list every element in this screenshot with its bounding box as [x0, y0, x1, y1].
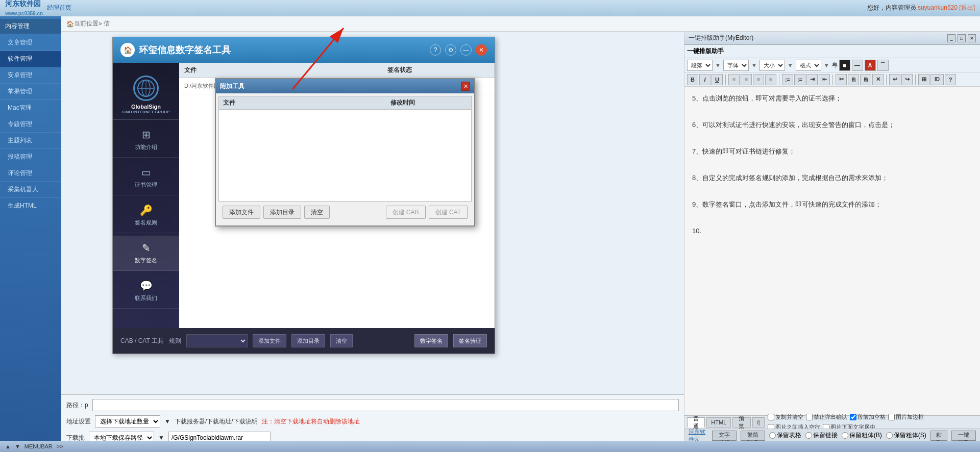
opt-para-space[interactable]: 段前加空格	[850, 413, 886, 421]
content-area: 🏠 当前位置 » 信 🏠 环玺信息数字签名工具 ? ⚙ — ✕	[61, 16, 980, 452]
help-button[interactable]: ?	[430, 44, 441, 56]
convert-btn[interactable]: 繁简转换	[741, 431, 765, 441]
editor-sub-title: 一键排版助手	[684, 45, 980, 58]
opt-keep-table[interactable]: 保留表格	[769, 431, 801, 440]
tab-divider[interactable]: /|	[752, 417, 765, 428]
underline-btn[interactable]: U	[712, 74, 723, 85]
gs-nav-contact[interactable]: 💬 联系我们	[113, 273, 179, 309]
opt-copy-clear[interactable]: 复制并清空	[768, 413, 803, 421]
paste-btn[interactable]: ⎘	[860, 74, 871, 85]
logo: 河东软件园 www.pc0359.cn	[5, 0, 43, 17]
rules-select[interactable]	[186, 334, 248, 347]
editor-minimize-btn[interactable]: _	[947, 34, 955, 42]
minus-btn[interactable]: —	[852, 60, 863, 71]
sidebar-section-title: 内容管理	[0, 19, 61, 34]
sidebar-item-crawler[interactable]: 采集机器人	[0, 182, 61, 198]
gs-nav-intro[interactable]: ⊞ 功能介绍	[113, 122, 179, 158]
paste-btn-2[interactable]: 粘贴	[930, 431, 947, 441]
sidebar-item-mac[interactable]: Mac管理	[0, 100, 61, 116]
editor-bottom-bar: 河东软件园 文字检错 繁简转换 保留表格 保留链接 保留粗体(B) 保留粗体(S…	[684, 429, 980, 442]
dialog-close-btn[interactable]: ✕	[461, 82, 470, 91]
brush-btn[interactable]: ⌒	[877, 60, 889, 71]
size-select[interactable]: 大小	[760, 60, 785, 71]
gs-logo-globe	[133, 76, 159, 101]
format-select[interactable]: 格式	[796, 60, 821, 71]
list-ul-btn[interactable]: :=	[794, 74, 805, 85]
editor-close-btn[interactable]: ✕	[968, 34, 976, 42]
layout-btn[interactable]: 一键排版	[951, 431, 976, 441]
opt-img-border[interactable]: 图片加边框	[888, 413, 924, 421]
justify-btn[interactable]: ≡	[765, 74, 776, 85]
gs-nav-cert[interactable]: ▭ 证书管理	[113, 160, 179, 195]
editor-maximize-btn[interactable]: □	[958, 34, 966, 42]
opt-no-popup[interactable]: 禁止弹出确认	[806, 413, 847, 421]
color-bg-btn[interactable]: ■	[839, 60, 850, 71]
font-select[interactable]: 字体	[723, 60, 749, 71]
tab-preview[interactable]: 预览	[732, 417, 750, 428]
italic-btn[interactable]: I	[699, 74, 710, 85]
addr-count-select[interactable]: 选择下载地址数量	[95, 415, 160, 428]
indent-btn[interactable]: ⇥	[806, 74, 818, 85]
username-link[interactable]: suyuankun520	[918, 4, 958, 11]
sign-verify-btn[interactable]: 签名验证	[453, 334, 487, 347]
close-button[interactable]: ✕	[476, 44, 487, 56]
redo-btn[interactable]: ↪	[901, 74, 913, 85]
dialog-create-cat-btn[interactable]: 创建 CAT	[429, 206, 468, 219]
top-bar: 河东软件园 www.pc0359.cn 经理首页 您好，内容管理员 suyuan…	[0, 0, 980, 16]
bottom-clear-btn[interactable]: 清空	[330, 334, 353, 347]
dialog-clear-btn[interactable]: 清空	[304, 206, 330, 219]
logout-link[interactable]: [退出]	[959, 4, 975, 11]
opt-keep-bold-s[interactable]: 保留粗体(S)	[886, 431, 926, 440]
color-picker-btn[interactable]: A	[865, 60, 876, 71]
path-input[interactable]	[92, 399, 679, 411]
cut-btn[interactable]: ✂	[836, 74, 847, 85]
help-btn[interactable]: ?	[945, 74, 956, 85]
sidebar: 内容管理 文章管理 软件管理 安卓管理 苹果管理 Mac管理 专题管理 主题列表…	[0, 16, 61, 452]
bold-btn[interactable]: B	[687, 74, 698, 85]
sidebar-item-articles[interactable]: 文章管理	[0, 35, 61, 51]
bottom-add-file-btn[interactable]: 添加文件	[253, 334, 286, 347]
tab-normal[interactable]: 普通	[687, 417, 705, 428]
sidebar-item-android[interactable]: 安卓管理	[0, 67, 61, 84]
dialog-add-file-btn[interactable]: 添加文件	[223, 206, 260, 219]
tool-window: 🏠 环玺信息数字签名工具 ? ⚙ — ✕	[112, 37, 495, 354]
spell-check-btn[interactable]: 文字检错	[712, 431, 737, 441]
copy-btn[interactable]: ⎘	[848, 74, 859, 85]
list-ol-btn[interactable]: :=	[782, 74, 793, 85]
dialog-add-dir-btn[interactable]: 添加目录	[263, 206, 301, 219]
contact-icon: 💬	[140, 280, 153, 292]
tab-html[interactable]: HTML	[706, 417, 731, 428]
sidebar-item-themes[interactable]: 主题列表	[0, 133, 61, 149]
delete-btn[interactable]: ✕	[872, 74, 884, 85]
sidebar-item-comments[interactable]: 评论管理	[0, 165, 61, 182]
dialog-content: 文件 修改时间 添加文件 添加目录 清空 创建 CAB	[216, 93, 474, 225]
bottom-add-dir-btn[interactable]: 添加目录	[291, 334, 325, 347]
align-right-btn[interactable]: ≡	[753, 74, 764, 85]
sidebar-item-special[interactable]: 专题管理	[0, 116, 61, 133]
table-btn[interactable]: ⊞	[918, 74, 929, 85]
style-select[interactable]: 段落	[687, 60, 713, 71]
nav-home[interactable]: 经理首页	[47, 4, 71, 12]
outdent-btn[interactable]: ⇤	[819, 74, 830, 85]
editor-bottom-tabs: 普通 HTML 预览 /| 复制并清空 禁止弹出确认 段前加空格 图片加边框 图…	[684, 415, 980, 429]
breadcrumb-home[interactable]: 🏠	[66, 20, 74, 28]
gs-nav-rules[interactable]: 🔑 签名规则	[113, 198, 179, 233]
sidebar-item-apple[interactable]: 苹果管理	[0, 84, 61, 100]
align-left-btn[interactable]: ≡	[728, 74, 740, 85]
digital-sign-btn[interactable]: 数字签名	[414, 334, 448, 347]
align-center-btn[interactable]: ≡	[741, 74, 752, 85]
sidebar-item-genhtml[interactable]: 生成HTML	[0, 198, 61, 214]
dialog-buttons: 添加文件 添加目录 清空 创建 CAB 创建 CAT	[218, 202, 472, 223]
undo-btn[interactable]: ↩	[889, 74, 900, 85]
opt-keep-bold-b[interactable]: 保留粗体(B)	[842, 431, 882, 440]
opt-keep-link[interactable]: 保留链接	[805, 431, 838, 440]
dialog-create-cab-btn[interactable]: 创建 CAB	[386, 206, 426, 219]
minimize-button[interactable]: —	[460, 44, 472, 56]
sign-icon: ✎	[142, 242, 151, 254]
id-btn[interactable]: ID	[930, 74, 944, 85]
settings-button[interactable]: ⚙	[445, 44, 456, 56]
gs-nav-sign[interactable]: ✎ 数字签名	[113, 236, 179, 271]
sidebar-item-contributions[interactable]: 投稿管理	[0, 149, 61, 165]
dialog-overlay: 附加工具 ✕ 文件 修改时间 添加文件 添加目录	[215, 78, 475, 227]
sidebar-item-software[interactable]: 软件管理	[0, 51, 61, 67]
